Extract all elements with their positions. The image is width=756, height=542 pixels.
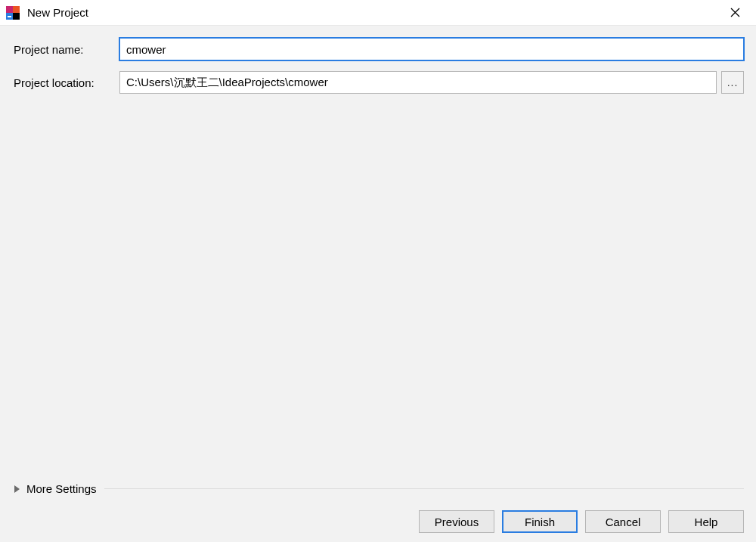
- help-button[interactable]: Help: [668, 510, 744, 533]
- button-bar: Previous Finish Cancel Help: [419, 510, 744, 533]
- dialog-content: Project name: Project location: ...: [0, 26, 756, 94]
- svg-rect-4: [8, 16, 11, 17]
- more-settings-label: More Settings: [26, 482, 97, 495]
- svg-rect-2: [13, 6, 20, 13]
- project-location-input[interactable]: [119, 71, 717, 94]
- project-name-input[interactable]: [119, 38, 744, 60]
- chevron-right-icon: [14, 485, 20, 493]
- project-location-label: Project location:: [14, 76, 119, 89]
- browse-button[interactable]: ...: [721, 71, 744, 94]
- window-title: New Project: [27, 6, 718, 19]
- cancel-button[interactable]: Cancel: [585, 510, 661, 533]
- project-name-row: Project name:: [14, 38, 744, 60]
- close-button[interactable]: [718, 2, 751, 24]
- intellij-icon: [6, 6, 20, 20]
- project-name-label: Project name:: [14, 43, 119, 56]
- more-settings-toggle[interactable]: More Settings: [14, 482, 744, 495]
- divider: [104, 488, 744, 489]
- project-location-row: Project location: ...: [14, 71, 744, 94]
- svg-marker-7: [14, 485, 20, 493]
- titlebar: New Project: [0, 0, 756, 26]
- finish-button[interactable]: Finish: [502, 510, 578, 533]
- close-icon: [730, 8, 740, 17]
- previous-button[interactable]: Previous: [419, 510, 494, 533]
- svg-rect-1: [6, 6, 13, 13]
